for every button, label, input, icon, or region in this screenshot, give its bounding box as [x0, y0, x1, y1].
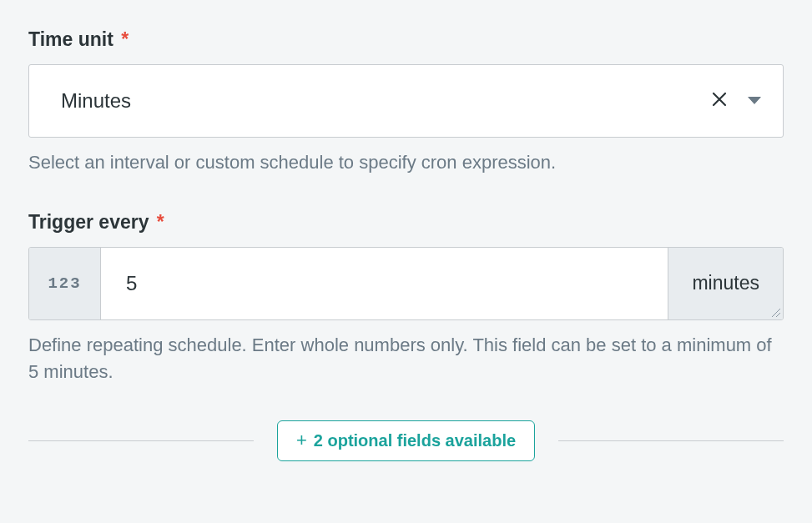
trigger-every-field: Trigger every * 123 minutes Define repea…	[28, 211, 784, 385]
svg-line-1	[772, 309, 780, 317]
time-unit-label-text: Time unit	[28, 28, 113, 50]
divider-line-right	[558, 440, 784, 441]
time-unit-select[interactable]: Minutes	[28, 64, 784, 138]
time-unit-selected-value: Minutes	[61, 89, 711, 113]
trigger-every-label-text: Trigger every	[28, 211, 149, 233]
time-unit-helper-text: Select an interval or custom schedule to…	[28, 149, 784, 176]
divider-line-left	[28, 440, 254, 441]
required-indicator: *	[157, 211, 164, 233]
trigger-every-input[interactable]	[101, 248, 668, 319]
time-unit-field: Time unit * Minutes Select an interval o…	[28, 28, 784, 176]
svg-line-2	[776, 313, 780, 317]
show-optional-fields-button[interactable]: + 2 optional fields available	[277, 420, 535, 461]
time-unit-label: Time unit *	[28, 28, 784, 51]
close-icon[interactable]	[711, 91, 728, 111]
number-type-icon: 123	[29, 248, 101, 319]
optional-fields-divider: + 2 optional fields available	[28, 420, 784, 461]
resize-grip-icon	[769, 306, 781, 318]
optional-fields-label: 2 optional fields available	[314, 431, 516, 450]
plus-icon: +	[296, 431, 307, 450]
required-indicator: *	[121, 28, 129, 50]
trigger-every-input-group: 123 minutes	[28, 247, 784, 320]
trigger-every-unit-text: minutes	[692, 272, 759, 294]
trigger-every-unit-suffix: minutes	[668, 248, 783, 319]
trigger-every-helper-text: Define repeating schedule. Enter whole n…	[28, 332, 784, 385]
svg-marker-0	[748, 97, 761, 104]
chevron-down-icon[interactable]	[748, 97, 761, 105]
trigger-every-label: Trigger every *	[28, 211, 784, 234]
